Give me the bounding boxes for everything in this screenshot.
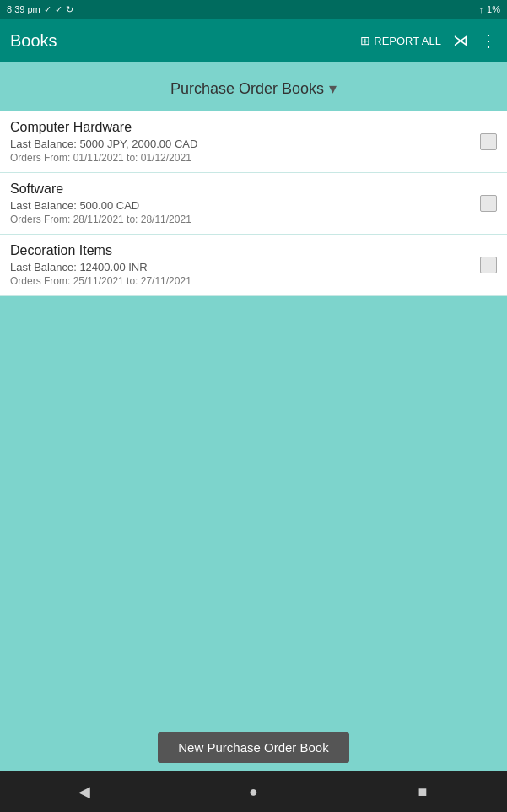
sync-icon: ↻ xyxy=(66,4,73,15)
book-list: Computer Hardware Last Balance: 5000 JPY… xyxy=(0,111,507,491)
dropdown-arrow-icon: ▾ xyxy=(329,79,337,98)
book-balance: Last Balance: 12400.00 INR xyxy=(10,261,480,273)
bottom-button-area: New Purchase Order Book xyxy=(0,725,507,770)
book-item-content: Decoration Items Last Balance: 12400.00 … xyxy=(10,243,480,287)
report-all-icon: ⊞ xyxy=(360,34,370,47)
book-orders: Orders From: 28/11/2021 to: 28/11/2021 xyxy=(10,214,480,225)
share-icon: ⋊ xyxy=(453,31,468,50)
battery-label: 1% xyxy=(487,4,500,14)
report-all-label: REPORT ALL xyxy=(374,35,441,47)
status-left: 8:39 pm ✓ ✓ ↻ xyxy=(7,4,73,15)
more-options-button[interactable]: ⋮ xyxy=(480,30,497,51)
arrow-up-icon: ↑ xyxy=(479,4,484,14)
book-name: Software xyxy=(10,181,480,197)
book-orders: Orders From: 25/11/2021 to: 27/11/2021 xyxy=(10,275,480,287)
nav-bar: ◀ ● ■ xyxy=(0,771,507,812)
book-name: Decoration Items xyxy=(10,243,480,258)
app-title: Books xyxy=(10,31,57,51)
more-icon: ⋮ xyxy=(480,30,497,51)
report-all-button[interactable]: ⊞ REPORT ALL xyxy=(360,34,441,47)
recent-apps-button[interactable]: ■ xyxy=(397,771,448,812)
book-list-item[interactable]: Computer Hardware Last Balance: 5000 JPY… xyxy=(0,111,507,173)
book-balance: Last Balance: 5000 JPY, 2000.00 CAD xyxy=(10,138,480,150)
status-time: 8:39 pm xyxy=(7,4,40,14)
book-item-content: Computer Hardware Last Balance: 5000 JPY… xyxy=(10,120,480,164)
book-name: Computer Hardware xyxy=(10,120,480,135)
book-checkbox[interactable] xyxy=(480,133,497,150)
app-bar-actions: ⊞ REPORT ALL ⋊ ⋮ xyxy=(360,30,497,51)
new-purchase-order-button[interactable]: New Purchase Order Book xyxy=(158,732,348,763)
check-icon-2: ✓ xyxy=(55,4,62,15)
book-list-item[interactable]: Decoration Items Last Balance: 12400.00 … xyxy=(0,235,507,296)
dropdown-label: Purchase Order Books xyxy=(170,80,324,98)
status-right: ↑ 1% xyxy=(479,4,500,14)
book-checkbox[interactable] xyxy=(480,195,497,212)
dropdown-header[interactable]: Purchase Order Books ▾ xyxy=(0,62,507,111)
app-bar: Books ⊞ REPORT ALL ⋊ ⋮ xyxy=(0,19,507,62)
share-button[interactable]: ⋊ xyxy=(453,31,468,50)
book-list-item[interactable]: Software Last Balance: 500.00 CAD Orders… xyxy=(0,173,507,235)
book-item-content: Software Last Balance: 500.00 CAD Orders… xyxy=(10,181,480,225)
home-button[interactable]: ● xyxy=(228,771,278,812)
check-icon: ✓ xyxy=(44,4,51,15)
back-button[interactable]: ◀ xyxy=(59,771,110,812)
status-bar: 8:39 pm ✓ ✓ ↻ ↑ 1% xyxy=(0,0,507,19)
book-balance: Last Balance: 500.00 CAD xyxy=(10,199,480,212)
book-checkbox[interactable] xyxy=(480,257,497,273)
book-orders: Orders From: 01/11/2021 to: 01/12/2021 xyxy=(10,152,480,164)
